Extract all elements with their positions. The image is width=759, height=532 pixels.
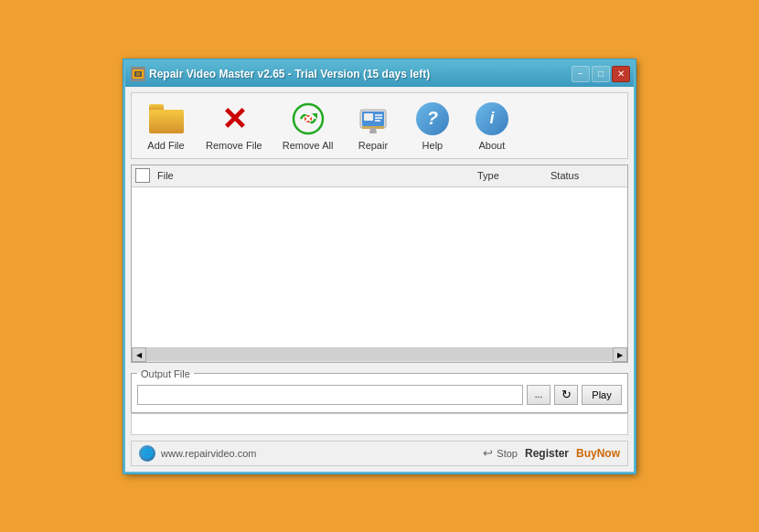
file-list-container: File Type Status ◀ ▶ <box>131 165 628 363</box>
help-icon: ? <box>414 101 451 137</box>
remove-all-icon <box>290 101 326 137</box>
title-bar-left: Repair Video Master v2.65 - Trial Versio… <box>131 67 430 81</box>
close-button[interactable]: ✕ <box>612 66 630 82</box>
stop-icon: ↩ <box>483 446 493 460</box>
remove-all-label: Remove All <box>283 140 334 151</box>
output-legend: Output File <box>137 368 194 379</box>
scroll-right-arrow[interactable]: ▶ <box>613 347 627 362</box>
browse-button[interactable]: ... <box>527 385 551 405</box>
output-file-input[interactable] <box>137 385 523 405</box>
title-buttons: − □ ✕ <box>572 66 630 82</box>
toolbar: Add File ✕ Remove File <box>131 92 628 159</box>
add-file-button[interactable]: Add File <box>141 99 191 153</box>
window-body: Add File ✕ Remove File <box>125 87 634 472</box>
repair-label: Repair <box>358 140 388 151</box>
help-label: Help <box>422 140 444 151</box>
title-bar: Repair Video Master v2.65 - Trial Versio… <box>125 61 634 87</box>
stop-button[interactable]: Stop <box>497 448 518 459</box>
status-bar: 🌐 www.repairvideo.com ↩ Stop Register Bu… <box>131 441 628 466</box>
about-label: About <box>479 140 506 151</box>
remove-file-label: Remove File <box>206 140 262 151</box>
about-button[interactable]: i About <box>466 99 517 153</box>
svg-marker-5 <box>312 113 317 119</box>
stop-row: ↩ Stop <box>483 446 518 460</box>
progress-area <box>131 413 628 435</box>
maximize-button[interactable]: □ <box>592 66 610 82</box>
col-file-header: File <box>155 170 477 181</box>
globe-icon: 🌐 <box>139 445 155 462</box>
repair-button[interactable]: Repair <box>347 99 398 153</box>
horizontal-scrollbar[interactable]: ◀ ▶ <box>132 347 627 362</box>
add-file-icon <box>148 101 185 137</box>
remove-file-icon: ✕ <box>216 101 252 137</box>
main-window: Repair Video Master v2.65 - Trial Versio… <box>123 59 636 473</box>
remove-file-button[interactable]: ✕ Remove File <box>200 99 268 153</box>
remove-all-button[interactable]: Remove All <box>277 99 339 153</box>
about-icon: i <box>474 101 510 137</box>
select-all-checkbox[interactable] <box>135 168 150 183</box>
refresh-button[interactable]: ↻ <box>554 385 578 405</box>
app-icon <box>131 67 145 81</box>
file-list-header: File Type Status <box>132 165 627 187</box>
play-button[interactable]: Play <box>582 385 622 405</box>
scroll-track[interactable] <box>146 348 613 361</box>
output-row: ... ↻ Play <box>137 383 622 407</box>
file-list-body <box>132 187 627 347</box>
col-type-header: Type <box>477 170 551 181</box>
svg-rect-1 <box>134 71 142 77</box>
status-right: ↩ Stop Register BuyNow <box>483 446 620 460</box>
register-button[interactable]: Register <box>525 447 569 460</box>
col-status-header: Status <box>551 170 624 181</box>
help-button[interactable]: ? Help <box>407 99 457 153</box>
status-left: 🌐 www.repairvideo.com <box>139 445 257 462</box>
repair-icon <box>355 101 391 137</box>
website-link[interactable]: www.repairvideo.com <box>161 448 257 459</box>
buynow-button[interactable]: BuyNow <box>576 447 620 460</box>
scroll-thumb[interactable] <box>146 348 613 361</box>
minimize-button[interactable]: − <box>572 66 590 82</box>
window-title: Repair Video Master v2.65 - Trial Versio… <box>149 68 430 80</box>
scroll-left-arrow[interactable]: ◀ <box>132 347 146 362</box>
add-file-label: Add File <box>147 140 184 151</box>
output-fieldset: Output File ... ↻ Play <box>131 368 628 413</box>
svg-rect-11 <box>364 113 373 121</box>
